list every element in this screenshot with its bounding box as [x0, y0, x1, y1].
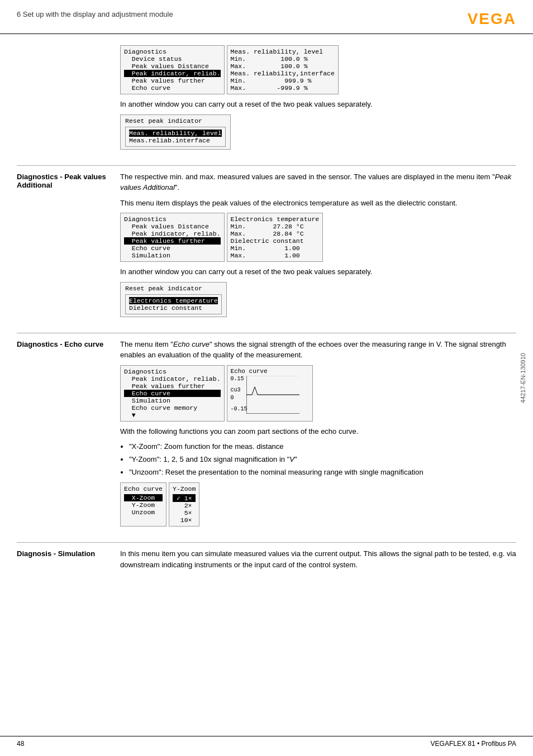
section-body-echo-curve: The menu item "Echo curve" shows the sig… [120, 339, 516, 532]
info-line-max1: Max. 100.0 % [231, 63, 335, 70]
info-line-diel-max: Max. 1.00 [231, 252, 320, 259]
bullet-list-echo: "X-Zoom": Zoom function for the meas. di… [129, 441, 516, 478]
menu-item-peak-further-3: Peak values further [124, 382, 221, 390]
main-content: Diagnostics Device status Peak values Di… [0, 40, 533, 597]
side-number: 44217-EN-130910 [520, 353, 526, 403]
vega-logo: VEGA [468, 10, 516, 28]
info-box-meas-reliability: Meas. reliability, level Min. 100.0 % Ma… [227, 45, 339, 94]
reset-item-meas-level[interactable]: Meas. reliability, level [129, 130, 222, 137]
section-label-empty [17, 45, 120, 46]
yzoom-box: Y-Zoom ✓ 1× 2× 5× 10× [169, 482, 199, 527]
menu-item-simulation-2: Simulation [124, 252, 221, 259]
menu-item-peak-indicator-2: Peak indicator, reliab. [124, 230, 221, 237]
section-label-echo-curve-text: Diagnostics - Echo curve [17, 340, 103, 348]
menu-item-device-status: Device status [124, 55, 221, 63]
yzoom-10x[interactable]: 10× [173, 516, 196, 524]
reset-inner-1: Meas. reliability, level Meas.reliab.int… [125, 127, 226, 147]
yzoom-title: Y-Zoom [173, 485, 196, 492]
em-v: V [289, 455, 294, 463]
divider-3 [17, 542, 516, 543]
menu-item-peak-further-1: Peak values further [124, 77, 221, 84]
menu-item-peak-further-2[interactable]: Peak values further [124, 237, 221, 245]
para-reset-two-peaks-1: In another window you can carry out a re… [120, 99, 516, 110]
menu-row-1: Diagnostics Device status Peak values Di… [120, 45, 516, 94]
info-line-elec-temp-title: Electronics temperature [231, 216, 320, 223]
echo-chart-svg: 0.0 m 1.4 [246, 376, 299, 414]
yzoom-2x[interactable]: 2× [173, 502, 196, 509]
echo-menu-xzoom[interactable]: X-Zoom [124, 494, 163, 501]
bullet-xzoom: "X-Zoom": Zoom function for the meas. di… [129, 441, 516, 453]
info-line-mrl: Meas. reliability, level [231, 48, 335, 55]
reset-item-elec-temp[interactable]: Electronics temperature [129, 297, 218, 304]
menu-row-3: Diagnostics Peak indicator, reliab. Peak… [120, 365, 516, 422]
echo-menu-unzoom[interactable]: Unzoom [124, 509, 163, 516]
em-echo-curve: Echo curve [173, 340, 210, 348]
y-label-mid: cu3 [231, 387, 241, 393]
menu-row-2: Diagnostics Peak values Distance Peak in… [120, 213, 516, 262]
footer-page-number: 48 [17, 740, 24, 748]
y-label-zero: 0 [231, 395, 234, 401]
reset-box-2: Reset peak indicator Electronics tempera… [120, 282, 227, 317]
para-echo-curve-1: The menu item "Echo curve" shows the sig… [120, 339, 516, 361]
echo-chart-title: Echo curve [231, 368, 268, 375]
echo-chart-area: 0.15 cu3 0 -0.15 [231, 375, 309, 415]
para-echo-zoom: With the following functions you can zoo… [120, 426, 516, 437]
section-meas-reliability: Diagnostics Device status Peak values Di… [17, 45, 516, 154]
section-label-peak-values: Diagnostics - Peak valuesAdditional [17, 171, 120, 189]
diagnostics-menu-2: Diagnostics Peak values Distance Peak in… [120, 213, 225, 262]
divider-2 [17, 333, 516, 333]
menu-item-peak-distance-2: Peak values Distance [124, 223, 221, 230]
menu-item-echo-curve-memory: Echo curve memory [124, 404, 221, 412]
menu-item-echo-curve-2: Echo curve [124, 245, 221, 252]
echo-menu-yzoom[interactable]: Y-Zoom [124, 501, 163, 509]
menu-item-echo-curve-3[interactable]: Echo curve [124, 390, 221, 397]
menu-item-arrow-down: ▼ [124, 412, 221, 419]
diagnostics-menu-3: Diagnostics Peak indicator, reliab. Peak… [120, 365, 225, 422]
y-label-bot: -0.15 [231, 406, 248, 412]
section-label-echo-curve: Diagnostics - Echo curve [17, 339, 120, 348]
menu-row-echo-zoom: Echo curve X-Zoom Y-Zoom Unzoom Y-Zoom ✓… [120, 482, 516, 527]
page-footer: 48 VEGAFLEX 81 • Profibus PA [0, 736, 533, 748]
echo-chart-display: Echo curve 0.15 cu3 0 -0.15 [227, 365, 313, 422]
divider-1 [17, 165, 516, 166]
para-simulation: In this menu item you can simulate measu… [120, 548, 516, 570]
para-peak-values-2: This menu item displays the peak values … [120, 198, 516, 209]
echo-curve-menu-title: Echo curve [124, 485, 163, 492]
section-body-peak-values: The respective min. and max. measured va… [120, 171, 516, 322]
yzoom-1x[interactable]: ✓ 1× [173, 494, 196, 502]
reset-box-1: Reset peak indicator Meas. reliability, … [120, 114, 231, 150]
diagnostics-menu-1: Diagnostics Device status Peak values Di… [120, 45, 225, 94]
info-line-diel-title: Dielectric constant [231, 237, 320, 245]
page-header: 6 Set up with the display and adjustment… [0, 0, 533, 34]
echo-curve-menu: Echo curve X-Zoom Y-Zoom Unzoom [120, 482, 166, 527]
info-line-elec-max: Max. 28.84 °C [231, 230, 320, 237]
reset-title-2: Reset peak indicator [125, 285, 222, 292]
menu-item-echo-curve-1: Echo curve [124, 84, 221, 92]
para-peak-values-1: The respective min. and max. measured va… [120, 171, 516, 193]
info-line-min1: Min. 100.0 % [231, 55, 335, 63]
info-line-max2: Max. -999.9 % [231, 84, 335, 92]
info-line-elec-min: Min. 27.28 °C [231, 223, 320, 230]
menu-item-peak-distance: Peak values Distance [124, 63, 221, 70]
section-label-simulation-text: Diagnosis - Simulation [17, 549, 95, 558]
em-peak-values-additional: Peak values Additional [120, 173, 511, 192]
section-label-simulation: Diagnosis - Simulation [17, 548, 120, 558]
menu-item-peak-indicator-1[interactable]: Peak indicator, reliab. [124, 70, 221, 77]
menu-item-diagnostics-title-3: Diagnostics [124, 368, 221, 375]
reset-item-diel-const: Dielectric constant [129, 304, 218, 312]
info-box-electronics-temp: Electronics temperature Min. 27.28 °C Ma… [227, 213, 323, 262]
menu-item-simulation-3: Simulation [124, 397, 221, 404]
section-peak-values-additional: Diagnostics - Peak valuesAdditional The … [17, 171, 516, 322]
menu-item-peak-indicator-3: Peak indicator, reliab. [124, 375, 221, 382]
yzoom-5x[interactable]: 5× [173, 509, 196, 516]
reset-title-1: Reset peak indicator [125, 117, 226, 125]
y-label-top: 0.15 [231, 376, 244, 382]
section-label-peak-values-text: Diagnostics - Peak valuesAdditional [17, 173, 106, 189]
para-reset-two-peaks-2: In another window you can carry out a re… [120, 266, 516, 277]
info-line-diel-min: Min. 1.00 [231, 245, 320, 252]
info-line-min2: Min. 999.9 % [231, 77, 335, 84]
section-simulation: Diagnosis - Simulation In this menu item… [17, 548, 516, 575]
bullet-unzoom: "Unzoom": Reset the presentation to the … [129, 467, 516, 479]
menu-item-diagnostics-title: Diagnostics [124, 48, 221, 55]
bullet-yzoom: "Y-Zoom": 1, 2, 5 and 10x signal magnifi… [129, 454, 516, 466]
